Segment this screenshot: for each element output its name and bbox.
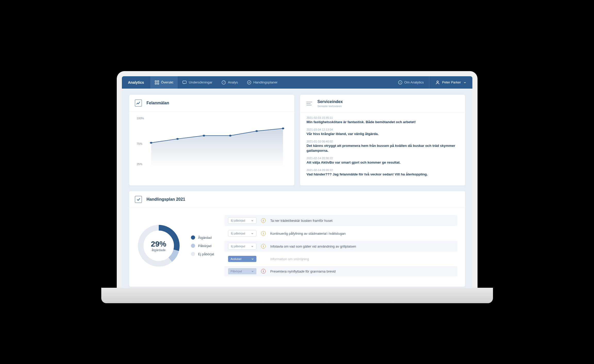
feed-timestamp: 2021-01-10 06:40:02 [307,140,458,143]
feed-timestamp: 2021-02-14 20:30:22 [307,157,458,160]
priority-icon: i [261,244,266,249]
feed-item[interactable]: 2021-02-14 20:30:22Att välja AktivBo var… [307,157,458,165]
status-label: Ej påbörjad [231,219,245,222]
feed-text: Vad händer??? Jag felanmälde för två vec… [307,172,458,177]
task-text: Ta ner trädet/beskär busken framför huse… [270,219,332,223]
status-label: Ej påbörjad [231,245,245,248]
svg-rect-1 [157,81,159,82]
nav-label: Analys [228,80,238,84]
nav-actionplans[interactable]: Handlingsplaner [242,76,282,89]
feed-item[interactable]: 2021-02-14 20:30:22Vad händer??? Jag fel… [307,168,458,177]
user-name: Peter Parker [442,80,461,84]
task-row: Ej påbörjadiInfotavla om vad som gäller … [224,241,457,252]
card-header: Serviceindex Senaste textsvaren [300,95,465,113]
card-serviceindex: Serviceindex Senaste textsvaren 2021-02-… [300,95,465,185]
laptop-frame: Analytics Översikt Undersökningar Analys… [117,71,478,293]
status-dropdown[interactable]: Ej påbörjad [228,230,256,237]
nav-label: Handlingsplaner [253,80,278,84]
legend-row: Påbörjad [191,244,214,248]
card-felanmalan: Felanmälan 100% 75% 25% [129,95,294,185]
svg-point-13 [255,130,258,132]
task-text: Presentera nyinflyttade för grannarna br… [270,269,336,273]
status-dropdown[interactable]: Ej påbörjad [228,217,256,224]
svg-rect-3 [157,83,159,84]
status-label: Avslutad [231,257,241,260]
feed-text: Det känns otryggt att promenera hem från… [307,143,458,153]
check-circle-icon [247,80,251,84]
tick-label: 25% [137,163,144,166]
feed-text: Att välja AktivBo var smart gjort och ko… [307,160,458,165]
status-dropdown[interactable]: Ej påbörjad [228,243,256,250]
chevron-down-icon [464,81,466,84]
feed-text: Vår hiss krånglar ibland, var vänlig åtg… [307,132,458,136]
plan-body: 29% åtgärdade ÅtgärdadPåbörjadEj påbörja… [129,208,465,287]
priority-icon: i [261,218,266,223]
svg-point-11 [203,135,205,137]
nav-label: Undersökningar [189,80,212,84]
tick-label: 100% [137,117,144,120]
status-label: Påbörjad [231,270,242,273]
chevron-down-icon [251,232,254,235]
card-header: Handlingsplan 2021 [129,191,465,208]
priority-icon: i [261,269,266,274]
about-link[interactable]: Om Analytics [393,80,429,84]
feed-timestamp: 2021-02-03 15:35:11 [307,116,458,119]
status-dropdown[interactable]: Avslutad [228,256,256,262]
feed-list: 2021-02-03 15:35:11Min fastighetsskötare… [300,113,465,185]
feed-text: Min fastighetsskötare är fantastisk. Båd… [307,120,458,124]
legend-label: Åtgärdad [198,236,212,240]
user-menu[interactable]: Peter Parker [429,76,472,89]
chart-area: 100% 75% 25% [129,112,294,173]
card-title: Serviceindex [317,99,343,104]
status-label: Ej påbörjad [231,232,245,235]
legend-label: Ej påbörjat [198,252,214,256]
nav-overview[interactable]: Översikt [150,76,178,89]
feed-timestamp: 2021-02-14 20:30:22 [307,168,458,172]
chevron-down-icon [251,245,254,248]
card-title: Felanmälan [147,101,169,105]
list-icon [306,100,313,107]
gauge-icon [222,80,226,84]
task-row: Ej påbörjadiKontinuerlig påfyllning av s… [224,228,457,239]
card-handlingsplan: Handlingsplan 2021 29% åtgärdade Åtgärda… [129,191,465,287]
line-chart [148,117,287,166]
donut-center: 29% åtgärdade [137,224,181,268]
task-row: PåbörjadiPresentera nyinflyttade för gra… [224,266,457,276]
legend-dot [191,244,195,248]
task-row: Ej påbörjadiTa ner trädet/beskär busken … [224,215,457,226]
brand-label: Analytics [122,80,150,84]
feed-item[interactable]: 2021-03-04 12:13:04Vår hiss krånglar ibl… [307,128,458,136]
chevron-down-icon [251,219,254,222]
nav-analysis[interactable]: Analys [217,76,242,89]
grid-icon [155,80,159,84]
donut-chart: 29% åtgärdade [137,224,181,268]
tick-label: 75% [137,142,144,145]
feed-item[interactable]: 2021-02-03 15:35:11Min fastighetsskötare… [307,116,458,124]
task-text: Information om snöröjning [270,257,309,261]
feed-item[interactable]: 2021-01-10 06:40:02Det känns otryggt att… [307,140,458,153]
donut-legend: ÅtgärdadPåbörjadEj påbörjat [191,235,214,256]
check-icon [135,196,142,203]
dashboard-content: Felanmälan 100% 75% 25% [122,89,472,293]
svg-point-12 [229,135,231,137]
nav-surveys[interactable]: Undersökningar [178,76,217,89]
legend-dot [191,235,195,240]
svg-rect-4 [183,81,186,83]
svg-rect-0 [155,81,156,82]
top-nav: Analytics Översikt Undersökningar Analys… [122,76,472,89]
feed-timestamp: 2021-03-04 12:13:04 [307,128,458,131]
svg-point-8 [437,81,438,82]
legend-label: Påbörjad [198,244,212,248]
legend-dot [191,252,195,256]
card-header: Felanmälan [129,95,294,112]
donut-section: 29% åtgärdade ÅtgärdadPåbörjadEj påbörja… [137,224,214,268]
svg-point-14 [282,128,284,129]
status-dropdown[interactable]: Påbörjad [228,268,256,274]
percent-value: 29% [151,240,166,248]
nav-label: Översikt [161,80,173,84]
svg-point-9 [150,142,152,144]
chevron-down-icon [251,270,254,273]
card-title: Handlingsplan 2021 [147,197,185,202]
legend-row: Ej påbörjat [191,252,214,256]
percent-label: åtgärdade [152,248,165,252]
